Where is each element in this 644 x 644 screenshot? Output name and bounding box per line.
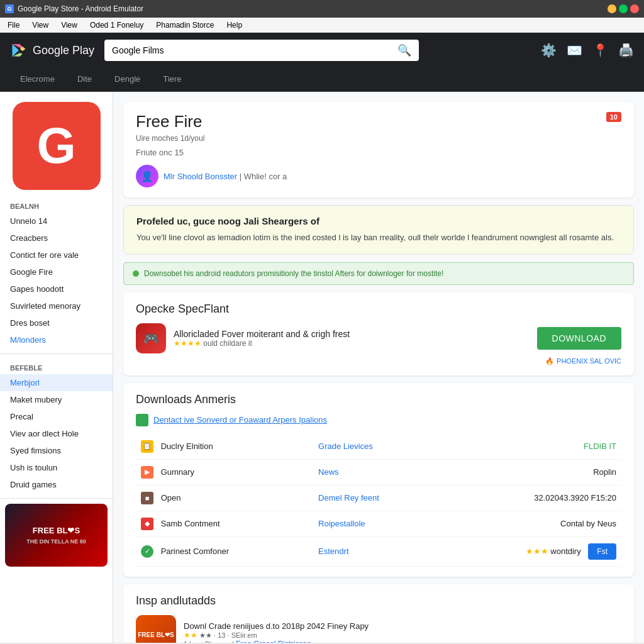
table-row: ◆ Samb Contment Roipestallole Contal by … (136, 511, 621, 536)
green-notice: Downsobet his android readutors promisit… (123, 262, 634, 285)
app-rating-label: Friute onc 15 (136, 148, 621, 157)
dl-demel[interactable]: Demel Rey feent (313, 485, 439, 511)
table-row: ▶ Gumnary News Roplin (136, 459, 621, 485)
menu-oded[interactable]: Oded 1 Foneluy (87, 19, 146, 31)
app-badge: 10 (606, 112, 621, 122)
nav-tabs: Elecrome Dite Dengle Tiere (0, 68, 644, 92)
sidebar-item-unnelo[interactable]: Unnelo 14 (0, 213, 113, 230)
sidebar-item-maket[interactable]: Maket mubery (0, 391, 113, 408)
search-bar[interactable]: 🔍 (104, 40, 419, 61)
search-input[interactable] (112, 45, 392, 55)
dl-icon-orange: ▶ (141, 466, 153, 479)
dl-grade[interactable]: Grade Lievices (313, 434, 439, 460)
dl-icon-red: ◆ (141, 518, 153, 530)
table-cell: ◆ Samb Contment (136, 511, 313, 536)
insp-item-row: FREE BL❤S Downl Crade reniijues d.to 201… (136, 615, 621, 643)
main-layout: G Bealnh Unnelo 14 Creacbers Contict fer… (0, 92, 644, 643)
insp-app-icon: FREE BL❤S (136, 615, 176, 643)
fast-button[interactable]: Fst (588, 543, 616, 560)
table-cell: ▶ Gumnary (136, 459, 313, 485)
downloads-card: Downloads Anmeris Dentact ive Sonverd or… (123, 383, 634, 577)
related-item-row: 🎮 Alloricladed Fover moiterant and & cri… (136, 323, 621, 353)
dl-news[interactable]: News (313, 459, 439, 485)
settings-icon[interactable]: ⚙️ (541, 43, 557, 58)
stars-row: ★★★ (526, 547, 548, 556)
avatar: 👤 (136, 165, 158, 187)
menu-file[interactable]: File (5, 19, 22, 31)
dl-icon-brown: ■ (141, 492, 153, 504)
insp-title: Insp andlutadds (136, 594, 621, 608)
desc-text: You ve'll line clovol as lemadion lotim … (136, 231, 621, 244)
dl-green-icon (136, 414, 148, 426)
sidebar-item-contict[interactable]: Contict fer ore vale (0, 247, 113, 264)
nav-tab-elecrome[interactable]: Elecrome (10, 68, 65, 91)
search-icon[interactable]: 🔍 (397, 43, 411, 57)
sidebar-item-suvirleted[interactable]: Suvirleted menoray (0, 297, 113, 314)
app-store-logo: G (13, 102, 101, 190)
nav-tab-tiere[interactable]: Tiere (153, 68, 191, 91)
sidebar-divider-2 (0, 498, 113, 499)
download-button[interactable]: DOWNLOAD (537, 327, 621, 350)
downloads-link[interactable]: Dentact ive Sonverd or Foaward Arpers Ip… (153, 415, 327, 425)
banner-subtitle: THE DIN TELLA NE 80 (26, 538, 86, 545)
nav-tab-dengle[interactable]: Dengle (104, 68, 150, 91)
sidebar-section-befeble: Befeble (0, 359, 113, 374)
table-row: ✓ Parinest Comfoner Estendrt ★★★ wontdir… (136, 536, 621, 566)
insp-section: Insp andlutadds FREE BL❤S Downl Crade re… (123, 584, 634, 643)
desc-title: Profeled uc, guce noog Jali Sheargers of (136, 216, 621, 226)
menu-view2[interactable]: View (58, 19, 80, 31)
dl-icon-yellow: 📋 (141, 440, 153, 453)
close-button[interactable] (630, 4, 639, 13)
minimize-button[interactable] (608, 4, 616, 13)
print-icon[interactable]: 🖨️ (618, 43, 634, 58)
app-title-row: Free Fire 10 (136, 112, 621, 131)
menu-help[interactable]: Help (224, 19, 245, 31)
dl-roipe[interactable]: Roipestallole (313, 511, 439, 536)
window-title: Google Play Store - Android Emulator (18, 4, 143, 13)
dl-estendrt[interactable]: Estendrt (313, 536, 439, 566)
table-row: ■ Open Demel Rey feent 32.02043.3920 F15… (136, 485, 621, 511)
window-controls[interactable] (608, 4, 639, 13)
sidebar-item-mlonders[interactable]: M/londers (0, 331, 113, 348)
app-title: Free Fire (136, 112, 202, 131)
sidebar-item-precal[interactable]: Precal (0, 408, 113, 425)
location-icon[interactable]: 📍 (592, 43, 608, 58)
app-dev-row: 👤 Mlr Shoold Bonsster | Whlie! cor a (136, 165, 621, 187)
sidebar-item-syed[interactable]: Syed fimsions (0, 442, 113, 459)
app-icon: G (5, 4, 14, 13)
table-cell: ■ Open (136, 485, 313, 511)
insp-free-link[interactable]: Free Grocol Districane (236, 640, 311, 643)
sidebar: G Bealnh Unnelo 14 Creacbers Contict fer… (0, 92, 113, 643)
mail-icon[interactable]: ✉️ (567, 43, 582, 58)
table-row: 📋 Duclry Elnition Grade Lievices FLDIB I… (136, 434, 621, 460)
dl-roplin: Roplin (439, 459, 621, 485)
header: Google Play 🔍 ⚙️ ✉️ 📍 🖨️ (0, 33, 644, 68)
sidebar-item-druid[interactable]: Druid games (0, 476, 113, 493)
app-header-card: Free Fire 10 Uire moches 1d/youl Friute … (123, 102, 634, 197)
google-play-logo: Google Play (10, 42, 94, 59)
sidebar-item-ush[interactable]: Ush is toulun (0, 459, 113, 476)
green-notice-text: Downsobet his android readutors promisit… (144, 269, 443, 278)
menu-bar: File View View Oded 1 Foneluy Phamadin S… (0, 18, 644, 33)
phoenix-link[interactable]: 🔥 PHOENIX SAL OVIC (136, 357, 621, 365)
nav-tab-dite[interactable]: Dite (67, 68, 102, 91)
related-title: Opecke SpecFlant (136, 303, 621, 316)
sidebar-item-gapes[interactable]: Gapes hoodott (0, 280, 113, 297)
sidebar-item-creacbers[interactable]: Creacbers (0, 230, 113, 247)
menu-pham[interactable]: Phamadin Storce (153, 19, 216, 31)
sidebar-item-viev[interactable]: Viev aor dlect Hole (0, 425, 113, 442)
related-info: Alloricladed Fover moiterant and & crigh… (174, 329, 530, 348)
downloads-table: 📋 Duclry Elnition Grade Lievices FLDIB I… (136, 434, 621, 567)
table-cell: 📋 Duclry Elnition (136, 434, 313, 460)
phoenix-icon: 🔥 (545, 357, 554, 365)
menu-view1[interactable]: View (30, 19, 51, 31)
dev-name: Mlr Shoold Bonsster (164, 172, 237, 181)
dev-subtitle: Whlie! cor a (244, 172, 287, 181)
sidebar-item-googlefire[interactable]: Google Fire (0, 264, 113, 280)
sidebar-item-dres[interactable]: Dres boset (0, 314, 113, 331)
title-bar: G Google Play Store - Android Emulator (0, 0, 644, 18)
header-icons: ⚙️ ✉️ 📍 🖨️ (541, 43, 634, 58)
maximize-button[interactable] (619, 4, 628, 13)
sidebar-item-merbjorl[interactable]: Merbjorl (0, 374, 113, 391)
banner-text: FREE BL❤S (33, 526, 80, 536)
